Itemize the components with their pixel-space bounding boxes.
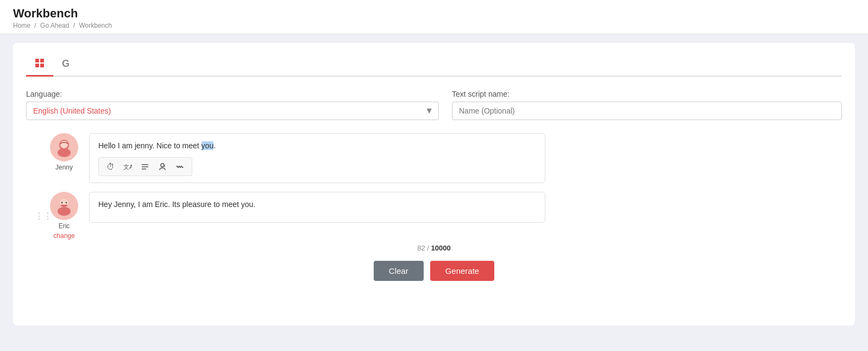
eric-name: Eric [59,222,70,230]
clock-icon-button[interactable]: ⏱ [103,160,118,173]
breadcrumb-sep-2: / [73,22,75,29]
list-icon-button[interactable] [137,160,153,173]
svg-text:文A: 文A [123,164,132,170]
jenny-avatar [50,133,78,161]
svg-point-16 [61,202,62,203]
text-script-name-group: Text script name: [452,90,842,120]
breadcrumb-sep-1: / [34,22,36,29]
breadcrumb-parent[interactable]: Go Ahead [40,22,69,29]
eric-row: ⋮⋮ [26,192,842,240]
char-count: 82 / 10000 [26,244,842,252]
conversations: Jenny Hello I am jenny. Nice to meet you… [26,133,842,240]
form-row: Language: English (United States) Spanis… [26,90,842,120]
tabs-bar: G [26,54,842,77]
main-content: G Language: English (United States) Span… [0,34,868,339]
char-max: 10000 [431,244,451,252]
svg-rect-3 [40,64,44,67]
svg-point-6 [60,141,68,148]
person-voice-icon-button[interactable] [155,160,170,173]
text-script-input[interactable] [452,102,842,120]
top-bar: Workbench Home / Go Ahead / Workbench [0,0,868,34]
svg-rect-1 [40,59,44,62]
eric-avatar [50,192,78,220]
breadcrumb-current: Workbench [79,22,111,29]
char-sep: / [427,244,429,252]
eric-message-box: Hey Jenny, I am Eric. Its pleasure to me… [89,192,545,223]
grid-icon [35,59,45,70]
svg-rect-0 [35,59,39,62]
language-select[interactable]: English (United States) Spanish French G… [26,102,439,120]
text-script-label: Text script name: [452,90,842,98]
jenny-message-box: Hello I am jenny. Nice to meet you. ⏱ 文A [89,133,545,183]
eric-change-link[interactable]: change [53,232,74,240]
breadcrumb-home[interactable]: Home [13,22,30,29]
svg-point-7 [58,148,71,157]
eric-message-text: Hey Jenny, I am Eric. Its pleasure to me… [98,199,536,210]
char-current: 82 [417,244,425,252]
translate-icon-button[interactable]: 文A [120,160,135,173]
google-icon: G [62,58,70,69]
svg-point-17 [66,202,67,203]
language-select-wrapper: English (United States) Spanish French G… [26,102,439,120]
card: G Language: English (United States) Span… [13,43,855,325]
page-title: Workbench [13,7,855,21]
action-row: Clear Generate [26,261,842,281]
jenny-highlight: you [202,141,214,150]
jenny-message-text: Hello I am jenny. Nice to meet you. [98,140,536,152]
jenny-toolbar: ⏱ 文A [98,157,192,176]
svg-point-12 [161,164,164,167]
eric-avatar-block: Eric change [48,192,80,240]
breadcrumb: Home / Go Ahead / Workbench [13,22,855,29]
tab-google[interactable]: G [53,54,78,77]
jenny-avatar-block: Jenny [48,133,80,171]
language-group: Language: English (United States) Spanis… [26,90,439,120]
drag-handle-icon[interactable]: ⋮⋮ [35,211,52,221]
svg-rect-2 [35,64,39,67]
svg-point-18 [61,207,67,209]
tab-grid[interactable] [26,54,53,77]
language-label: Language: [26,90,439,98]
generate-button[interactable]: Generate [430,261,495,281]
clear-button[interactable]: Clear [374,261,424,281]
jenny-row: Jenny Hello I am jenny. Nice to meet you… [26,133,842,183]
wave-icon-button[interactable] [172,160,187,173]
jenny-name: Jenny [55,164,73,171]
